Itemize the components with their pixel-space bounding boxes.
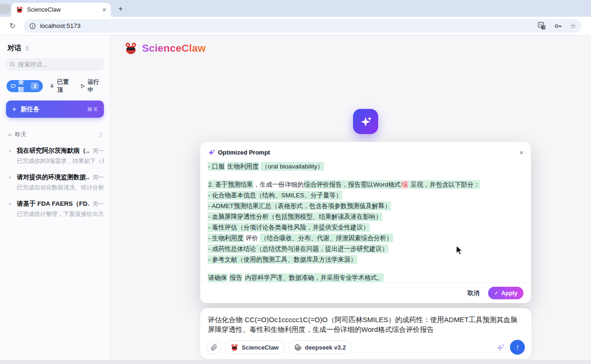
tab-title: ScienceClaw xyxy=(27,7,102,13)
filter-pinned[interactable]: 已置顶 xyxy=(49,78,73,94)
diff-line: - 参考文献（使用的预测工具、数据库及方法学来源） xyxy=(208,254,523,265)
model-swirl-icon xyxy=(294,344,302,351)
filter-running-label: 运行中 xyxy=(88,78,104,94)
conversation-group-header[interactable]: 昨天 3 xyxy=(6,131,104,139)
diff-segment-add: - 毒性评估（分项讨论各类毒性风险，并提供安全性建议） xyxy=(208,223,370,232)
send-button[interactable]: ↑ xyxy=(510,340,525,355)
diff-line: - 口服 生物利用度 （oral bioavailability） xyxy=(208,161,523,172)
conversation-time: 周一 xyxy=(93,200,104,208)
tab-close-icon[interactable]: × xyxy=(102,6,106,13)
search-box[interactable] xyxy=(6,58,104,71)
new-task-button[interactable]: + 新任务 ⌘ K xyxy=(6,101,104,118)
svg-text:文: 文 xyxy=(542,26,545,29)
sidebar-count: 3 xyxy=(25,45,28,52)
conversation-item[interactable]: 请对提供的环境监测数据... 周一 已完成自动化数据清洗、统计分析... xyxy=(6,173,104,192)
reload-icon[interactable]: ↻ xyxy=(8,21,17,30)
status-dot xyxy=(9,150,11,152)
bookmark-star-icon[interactable]: ☆ xyxy=(570,22,576,30)
sidebar: 对话 3 全部 3 已置顶 xyxy=(0,35,110,364)
status-dot xyxy=(9,176,11,179)
pin-icon xyxy=(49,83,54,89)
diff-spacer xyxy=(208,265,523,272)
new-tab-button[interactable]: + xyxy=(115,4,126,14)
apply-label: Apply xyxy=(501,290,517,297)
conversation-item[interactable]: 请基于 FDA FAERS（FD... 周一 已完成统计整理，下面直接给出方..… xyxy=(6,200,104,218)
filter-all[interactable]: 全部 3 xyxy=(7,80,43,92)
app-logo-text: ScienceClaw xyxy=(142,42,206,54)
conversation-title: 我在研究阿尔茨海默病（... xyxy=(17,147,89,155)
diff-line: - 化合物基本信息（结构、SMILES、分子量等） xyxy=(208,190,523,201)
arrow-up-icon: ↑ xyxy=(516,343,519,351)
diff-spacer xyxy=(208,172,523,179)
window-bottom-edge xyxy=(0,360,591,364)
close-icon[interactable]: × xyxy=(519,148,523,156)
model-chip-label: deepseek v3.2 xyxy=(305,344,346,351)
diff-segment-add: - 化合物基本信息（结构、SMILES、分子量等） xyxy=(208,191,342,200)
mouse-cursor xyxy=(455,245,464,256)
conversation-preview: 已完成统计整理，下面直接给出方... xyxy=(17,210,104,218)
diff-segment-add: （结合吸收、分布、代谢、排泄因素综合分析） xyxy=(260,234,393,243)
chat-bubble-icon xyxy=(11,83,16,89)
new-task-label: 新任务 xyxy=(20,105,87,114)
diff-line: - 毒性评估（分项讨论各类毒性风险，并提供安全性建议） xyxy=(208,222,523,233)
diff-segment-add: - 口服 xyxy=(208,162,225,171)
window-controls-area xyxy=(0,4,11,14)
magic-sparkles-icon[interactable] xyxy=(496,343,504,352)
address-bar[interactable]: localhost:5173 G 文 ☆ xyxy=(24,19,582,33)
sparkles-icon xyxy=(208,149,215,156)
diff-line: 2. 基于预测结果，生成一份详细的综合评价报告，报告需以Word格式综 呈现，并… xyxy=(208,179,523,190)
conversation-title: 请基于 FDA FAERS（FD... xyxy=(17,200,89,208)
agent-chip-label: ScienceClaw xyxy=(242,344,279,351)
filter-all-badge: 3 xyxy=(31,82,39,90)
browser-tab-strip: ScienceClaw × + xyxy=(0,0,591,17)
diff-segment-add: 呈现，并包含以下部分： xyxy=(408,180,480,189)
filter-pinned-label: 已置顶 xyxy=(57,78,74,94)
search-input[interactable] xyxy=(18,61,100,68)
apply-button[interactable]: ✓ Apply xyxy=(488,287,523,299)
conversation-title: 请对提供的环境监测数据... xyxy=(17,173,89,182)
composer-input[interactable]: 评估化合物 CC(=O)Oc1ccccc1C(=O)O（阿司匹林SMILES）的… xyxy=(200,308,531,334)
translate-icon[interactable]: G 文 xyxy=(538,22,546,30)
url-text[interactable]: localhost:5173 xyxy=(40,22,538,29)
conversation-time: 周一 xyxy=(93,147,104,155)
diff-line: 请确保 报告 内容科学严谨、数据准确，并采用专业学术格式。 xyxy=(208,272,523,283)
group-label: 昨天 xyxy=(15,131,99,139)
info-icon[interactable] xyxy=(29,23,36,29)
conversation-preview: 已完成你的3项需求，结果如下（并... xyxy=(17,157,104,165)
diff-segment-none: 评价 xyxy=(244,235,260,242)
diff-segment-add: 综合评价报告，报告需以Word格式 xyxy=(304,180,401,189)
diff-segment-add: 内容科学严谨、数据准确，并采用专业学术格式。 xyxy=(245,273,384,282)
optimize-prompt-button[interactable] xyxy=(353,109,378,134)
model-chip[interactable]: deepseek v3.2 xyxy=(289,340,352,354)
filter-all-label: 全部 xyxy=(18,78,29,94)
conversation-item[interactable]: 我在研究阿尔茨海默病（... 周一 已完成你的3项需求，结果如下（并... xyxy=(6,147,104,165)
new-task-shortcut: ⌘ K xyxy=(87,106,98,113)
cancel-button[interactable]: 取消 xyxy=(468,289,480,297)
diff-segment-none: ，生成一份详细的 xyxy=(253,181,304,188)
play-icon xyxy=(80,83,85,89)
app-logo: ScienceClaw xyxy=(124,41,206,55)
optimized-prompt-modal: Optimized Prompt × - 口服 生物利用度 （oral bioa… xyxy=(200,142,531,303)
filter-running[interactable]: 运行中 xyxy=(80,78,104,94)
diff-segment-add: 生物利用度 xyxy=(227,162,259,171)
modal-body: - 口服 生物利用度 （oral bioavailability）2. 基于预测… xyxy=(200,160,531,283)
diff-line: - 生物利用度 评价 （结合吸收、分布、代谢、排泄因素综合分析） xyxy=(208,233,523,243)
conversation-time: 周一 xyxy=(93,174,104,182)
modal-title: Optimized Prompt xyxy=(218,149,519,156)
diff-segment-add: 报告 xyxy=(229,273,243,282)
crab-favicon-icon xyxy=(16,6,23,13)
diff-line: - 血脑屏障穿透性分析（包括预测模型、结果解读及潜在影响） xyxy=(208,211,523,222)
browser-tab[interactable]: ScienceClaw × xyxy=(11,3,111,17)
diff-segment-add: - 成药性总体结论（总结优势与潜在问题，提出进一步研究建议） xyxy=(208,244,388,253)
paperclip-icon xyxy=(211,344,217,351)
diff-segment-add: - 血脑屏障穿透性分析（包括预测模型、结果解读及潜在影响） xyxy=(208,212,382,221)
search-icon xyxy=(10,61,15,67)
browser-toolbar: ↻ localhost:5173 G 文 ☆ xyxy=(0,17,591,35)
diff-segment-add: （oral bioavailability） xyxy=(261,162,324,171)
diff-line: - 成药性总体结论（总结优势与潜在问题，提出进一步研究建议） xyxy=(208,243,523,254)
message-composer[interactable]: 评估化合物 CC(=O)Oc1ccccc1C(=O)O（阿司匹林SMILES）的… xyxy=(200,308,531,359)
key-icon[interactable] xyxy=(554,22,562,30)
diff-segment-add: - ADMET预测结果汇总（表格形式，包含各项参数预测值及解释） xyxy=(208,202,391,210)
attach-button[interactable] xyxy=(207,340,221,354)
agent-chip[interactable]: ScienceClaw xyxy=(225,340,285,354)
